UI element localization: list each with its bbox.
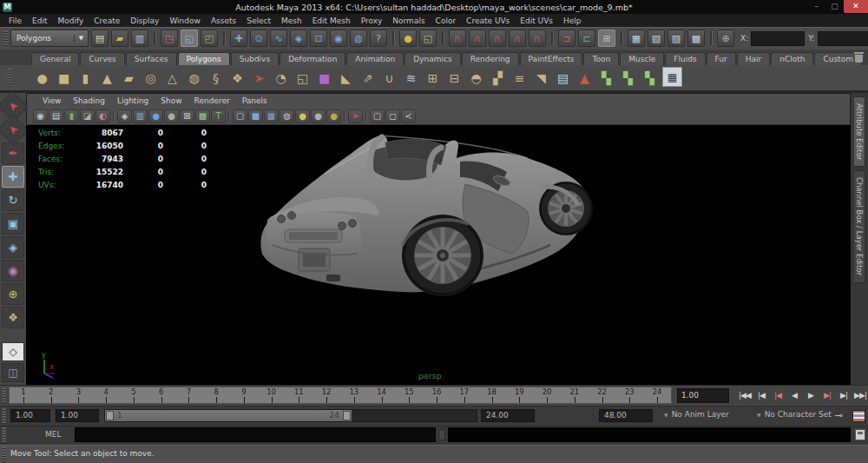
mask-handles-icon[interactable]: ✚ xyxy=(230,30,247,47)
frame-selection-icon[interactable]: ◻ xyxy=(385,109,400,123)
mask-misc-icon[interactable]: ? xyxy=(370,30,387,47)
shelf-tab-fluids[interactable]: Fluids xyxy=(665,52,705,65)
mel-label[interactable]: MEL xyxy=(45,430,61,439)
lock-selection-icon[interactable]: ● xyxy=(399,30,417,47)
separator-icon[interactable] xyxy=(549,30,556,47)
shelf-tab-curves[interactable]: Curves xyxy=(80,52,124,65)
minimize-button[interactable]: – xyxy=(807,0,825,13)
snap-to-projected-center-icon[interactable]: ∩ xyxy=(509,30,526,47)
mel-divider[interactable] xyxy=(438,429,445,440)
character-set-dropdown[interactable]: ▼ No Character Set xyxy=(757,410,832,419)
menu-window[interactable]: Window xyxy=(164,16,206,26)
separate-icon[interactable]: ⊟ xyxy=(444,67,465,89)
poly-torus-icon[interactable]: ◎ xyxy=(140,67,161,89)
open-scene-icon[interactable]: ▰ xyxy=(111,30,128,47)
anim-layer-dropdown[interactable]: ▼ No Anim Layer xyxy=(664,410,729,419)
separator-icon[interactable] xyxy=(151,30,158,47)
menu-create-uvs[interactable]: Create UVs xyxy=(461,16,515,26)
overscan-icon[interactable]: ● xyxy=(164,109,179,123)
menu-assets[interactable]: Assets xyxy=(206,16,241,26)
menu-edit-mesh[interactable]: Edit Mesh xyxy=(307,16,356,26)
play-forwards-button[interactable]: ▶ xyxy=(804,388,818,402)
lasso-select-tool[interactable]: ➤ xyxy=(0,114,29,145)
helpline-grip[interactable] xyxy=(2,446,6,462)
panel-menu-view[interactable]: View xyxy=(36,96,67,106)
menu-proxy[interactable]: Proxy xyxy=(356,16,388,26)
poly-plane-icon[interactable]: ▰ xyxy=(118,67,140,89)
output-connections-icon[interactable]: ⊏ xyxy=(578,30,595,47)
shelf-tab-polygons[interactable]: Polygons xyxy=(178,52,230,65)
frame-2[interactable]: 2 xyxy=(37,387,65,403)
flip-uvs-icon[interactable]: ◥ xyxy=(530,67,552,89)
menu-color[interactable]: Color xyxy=(431,16,462,26)
frame-17[interactable]: 17 xyxy=(450,387,478,403)
timeslider-grip[interactable] xyxy=(2,387,6,403)
commandline-grip[interactable] xyxy=(2,427,6,443)
mask-dynamics-icon[interactable]: ◉ xyxy=(330,30,347,47)
safe-action-icon[interactable]: ▩ xyxy=(195,109,210,123)
statusline-grip[interactable] xyxy=(3,30,8,46)
menuset-dropdown[interactable]: Polygons ▼ xyxy=(10,30,89,47)
render-current-frame-icon[interactable]: ▦ xyxy=(628,30,645,47)
shelf-trash-icon[interactable] xyxy=(854,52,864,63)
frame-3[interactable]: 3 xyxy=(65,387,93,403)
select-object-icon[interactable]: ◱ xyxy=(181,30,198,47)
frame-1[interactable]: 1 xyxy=(10,387,37,403)
separator-icon[interactable] xyxy=(439,30,446,47)
mel-command-input[interactable] xyxy=(75,427,436,442)
step-back-frame-button[interactable]: |◀ xyxy=(754,388,768,402)
perspective-view[interactable]: Verts:806700Edges:1605000Faces:794300Tri… xyxy=(26,125,851,385)
step-forward-key-button[interactable]: ▶| xyxy=(820,388,834,402)
shelf-tab-surfaces[interactable]: Surfaces xyxy=(126,52,177,65)
range-end-handle[interactable] xyxy=(343,411,351,420)
shelf-tab-ncloth[interactable]: nCloth xyxy=(771,52,813,65)
select-component-icon[interactable]: ◰ xyxy=(201,30,218,47)
x-coordinate-input[interactable] xyxy=(751,31,805,46)
shelf-tab-rendering[interactable]: Rendering xyxy=(462,52,519,65)
bookmark-icon[interactable]: ▮ xyxy=(64,109,79,123)
shelf-grip[interactable] xyxy=(7,69,11,84)
close-button[interactable]: ✕ xyxy=(844,0,868,13)
select-camera-icon[interactable]: ◉ xyxy=(33,109,48,123)
shelf-tab-subdivs[interactable]: Subdivs xyxy=(231,52,279,65)
frame-12[interactable]: 12 xyxy=(312,387,340,403)
current-time-input[interactable] xyxy=(677,388,729,403)
menu-create[interactable]: Create xyxy=(89,16,125,26)
frame-16[interactable]: 16 xyxy=(423,387,450,403)
highlight-selection-icon[interactable]: ◱ xyxy=(419,30,437,47)
select-hierarchy-icon[interactable]: ◳ xyxy=(161,30,178,47)
menu-display[interactable]: Display xyxy=(125,16,164,26)
uv-checker-2-icon[interactable]: ▚ xyxy=(617,67,639,89)
step-back-key-button[interactable]: |◀ xyxy=(771,388,785,402)
shelf-tab-toon[interactable]: Toon xyxy=(583,52,619,65)
last-tool-used[interactable]: ❖ xyxy=(2,307,24,328)
single-pane-layout-button[interactable]: ◇ xyxy=(2,342,24,361)
separator-icon[interactable] xyxy=(707,30,714,47)
ipr-render-icon[interactable]: ▧ xyxy=(648,30,665,47)
use-all-lights-icon[interactable]: ◍ xyxy=(279,109,294,123)
frame-15[interactable]: 15 xyxy=(396,387,424,403)
frame-14[interactable]: 14 xyxy=(368,387,396,403)
maximize-button[interactable]: ▢ xyxy=(825,0,844,13)
mask-deformations-icon[interactable]: ⊡ xyxy=(310,30,327,47)
combine-icon[interactable]: ⊞ xyxy=(422,67,444,89)
playback-end-field[interactable]: 24.00 xyxy=(481,409,535,422)
snap-to-point-icon[interactable]: ∩ xyxy=(489,30,506,47)
rangeslider-grip[interactable] xyxy=(2,408,6,424)
panel-menu-shading[interactable]: Shading xyxy=(67,96,111,106)
panel-menu-renderer[interactable]: Renderer xyxy=(188,96,236,106)
xray-icon[interactable]: ▢ xyxy=(370,109,385,123)
smooth-icon[interactable]: ≋ xyxy=(400,67,422,89)
isolate-select-icon[interactable]: ➤ xyxy=(348,109,363,123)
shelf-tab-fur[interactable]: Fur xyxy=(707,52,736,65)
menu-help[interactable]: Help xyxy=(558,16,587,26)
panel-menu-show[interactable]: Show xyxy=(155,96,187,106)
absolute-relative-icon[interactable]: ⊕ xyxy=(717,30,734,47)
no-gate-icon[interactable]: ⊠ xyxy=(180,109,194,123)
frame-24[interactable]: 24 xyxy=(643,387,671,403)
universal-manipulator-tool[interactable]: ◈ xyxy=(2,236,24,258)
poly-sphere-icon[interactable]: ● xyxy=(31,67,53,89)
create-polygon-tool-icon[interactable]: ➤ xyxy=(248,67,270,89)
volume-axis-icon[interactable]: ▲ xyxy=(574,67,595,89)
save-scene-icon[interactable]: ▥ xyxy=(131,30,148,47)
